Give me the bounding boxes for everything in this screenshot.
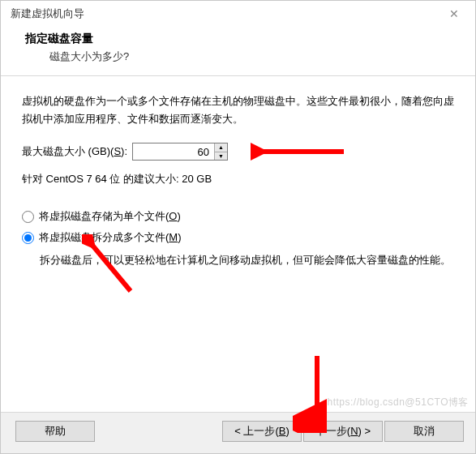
radio-split-files-row[interactable]: 将虚拟磁盘拆分成多个文件(M)	[22, 230, 454, 245]
radio-single-file-label: 将虚拟磁盘存储为单个文件(O)	[39, 209, 181, 224]
page-subtitle: 磁盘大小为多少?	[49, 49, 459, 64]
disk-size-input[interactable]	[133, 143, 214, 160]
radio-split-description: 拆分磁盘后，可以更轻松地在计算机之间移动虚拟机，但可能会降低大容量磁盘的性能。	[40, 251, 454, 269]
radio-split-files[interactable]	[22, 232, 34, 244]
watermark-text: https://blog.csdn@51CTO博客	[327, 396, 469, 409]
window-title: 新建虚拟机向导	[11, 6, 84, 21]
storage-radio-group: 将虚拟磁盘存储为单个文件(O) 将虚拟磁盘拆分成多个文件(M) 拆分磁盘后，可以…	[22, 209, 454, 269]
disk-size-label: 最大磁盘大小 (GB)(S):	[22, 144, 127, 159]
radio-single-file[interactable]	[22, 211, 34, 223]
back-button[interactable]: < 上一步(B)	[222, 421, 302, 442]
disk-size-stepper[interactable]: ▲ ▼	[132, 143, 228, 161]
cancel-button[interactable]: 取消	[384, 421, 464, 442]
spinner: ▲ ▼	[214, 143, 227, 160]
content-area: 虚拟机的硬盘作为一个或多个文件存储在主机的物理磁盘中。这些文件最初很小，随着您向…	[1, 76, 475, 412]
header-area: 指定磁盘容量 磁盘大小为多少?	[1, 27, 475, 76]
disk-size-row: 最大磁盘大小 (GB)(S): ▲ ▼	[22, 143, 454, 161]
titlebar: 新建虚拟机向导 ✕	[1, 1, 475, 27]
footer: 帮助 < 上一步(B) 下一步(N) > 取消	[1, 412, 475, 453]
spin-down-button[interactable]: ▼	[215, 152, 227, 161]
close-icon: ✕	[449, 7, 459, 20]
page-title: 指定磁盘容量	[25, 32, 459, 46]
wizard-window: 新建虚拟机向导 ✕ 指定磁盘容量 磁盘大小为多少? 虚拟机的硬盘作为一个或多个文…	[0, 0, 476, 454]
recommendation-text: 针对 CentOS 7 64 位 的建议大小: 20 GB	[22, 172, 454, 186]
help-button[interactable]: 帮助	[15, 421, 95, 442]
next-button[interactable]: 下一步(N) >	[303, 421, 383, 442]
spin-up-button[interactable]: ▲	[215, 143, 227, 152]
close-button[interactable]: ✕	[438, 2, 470, 25]
radio-split-files-label: 将虚拟磁盘拆分成多个文件(M)	[39, 230, 182, 245]
description-text: 虚拟机的硬盘作为一个或多个文件存储在主机的物理磁盘中。这些文件最初很小，随着您向…	[22, 92, 454, 128]
radio-single-file-row[interactable]: 将虚拟磁盘存储为单个文件(O)	[22, 209, 454, 224]
